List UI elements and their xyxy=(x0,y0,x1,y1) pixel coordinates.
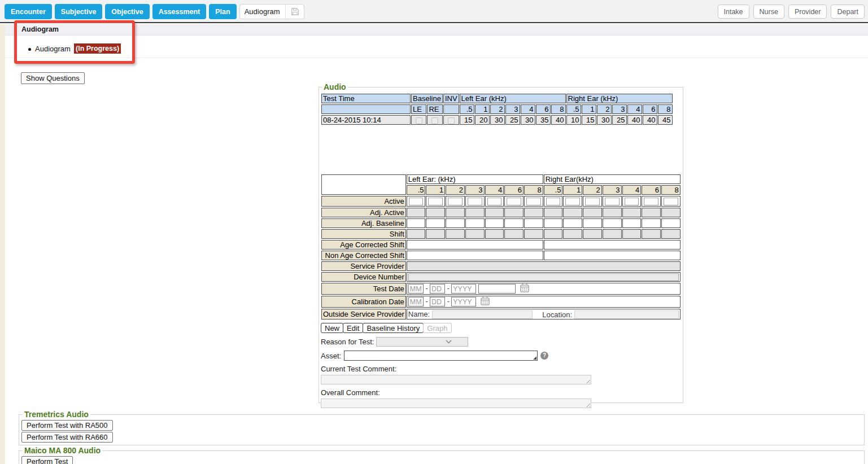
freq-header-cell: 2 xyxy=(446,185,465,195)
save-icon[interactable] xyxy=(286,7,299,16)
show-questions-button[interactable]: Show Questions xyxy=(21,72,85,84)
chevron-down-icon xyxy=(446,340,452,344)
active-input-cell xyxy=(485,196,504,207)
baseline-history-button[interactable]: Baseline History xyxy=(363,323,424,333)
stage-button-nurse[interactable]: Nurse xyxy=(753,5,784,19)
active-value-input[interactable] xyxy=(448,198,463,205)
inv-checkbox[interactable] xyxy=(448,117,455,124)
detail-row-label: Active xyxy=(321,196,406,207)
calendar-icon[interactable] xyxy=(520,286,529,294)
calendar-icon[interactable] xyxy=(481,299,490,307)
active-value-input[interactable] xyxy=(507,198,521,205)
perform-test-ra500-button[interactable]: Perform Test with RA500 xyxy=(21,420,113,431)
active-value-input[interactable] xyxy=(468,198,482,205)
freq-header-cell: 3 xyxy=(603,185,622,195)
osp-name-label: Name: xyxy=(408,310,430,319)
freq-header-cell: 8 xyxy=(661,185,681,195)
panel-header: Audiogram xyxy=(5,24,868,36)
asset-input[interactable] xyxy=(344,351,538,361)
results-data-row: 08-24-2015 10:14 15 20 30 25 30 35 40 10… xyxy=(321,115,673,125)
test-date-dd-input[interactable] xyxy=(430,284,445,294)
osp-location-input[interactable] xyxy=(574,310,679,319)
nav-button-subjective[interactable]: Subjective xyxy=(55,4,103,19)
device-number-input[interactable] xyxy=(408,273,679,281)
active-value-input[interactable] xyxy=(625,198,639,205)
detail-row-label: Adj. Baseline xyxy=(321,218,406,228)
stage-button-intake[interactable]: Intake xyxy=(718,5,749,19)
right-ear-value: 25 xyxy=(612,115,627,125)
detail-right-ear-header: Right Ear(kHz) xyxy=(544,174,681,184)
resize-grip-icon[interactable] xyxy=(585,402,590,407)
current-test-comment-textarea[interactable] xyxy=(321,375,591,384)
freq-header-cell: 2 xyxy=(490,104,505,114)
test-date-yyyy-input[interactable] xyxy=(451,284,476,294)
freq-header-cell: 1 xyxy=(475,104,490,114)
nav-button-assessment[interactable]: Assessment xyxy=(152,4,207,19)
overall-comment-label: Overall Comment: xyxy=(321,388,681,397)
detail-row-age-corrected-shift: Age Corrected Shift xyxy=(321,240,681,249)
maico-section: Maico MA 800 Audio Perform Test xyxy=(19,446,865,464)
col-header-baseline: Baseline xyxy=(411,94,443,103)
active-value-input[interactable] xyxy=(664,198,678,205)
help-icon[interactable]: ? xyxy=(540,352,548,360)
freq-header-cell: 8 xyxy=(658,104,673,114)
nav-button-objective[interactable]: Objective xyxy=(105,4,149,19)
resize-grip-icon[interactable] xyxy=(533,356,536,360)
freq-header-cell: 1 xyxy=(426,185,445,195)
test-date-mm-input[interactable] xyxy=(408,284,424,294)
nav-button-encounter[interactable]: Encounter xyxy=(5,4,52,19)
freq-header-cell: 8 xyxy=(524,185,543,195)
baseline-re-cell xyxy=(427,115,442,125)
freq-header-cell: 1 xyxy=(563,185,582,195)
top-toolbar: Encounter Subjective Objective Assessmen… xyxy=(0,0,868,23)
freq-header-cell: .5 xyxy=(544,185,563,195)
perform-test-ra660-button[interactable]: Perform Test with RA660 xyxy=(21,432,113,443)
calibration-date-dd-input[interactable] xyxy=(430,297,445,307)
baseline-re-checkbox[interactable] xyxy=(431,117,438,124)
detail-row-shift: Shift xyxy=(321,229,681,239)
col-header-left-ear: Left Ear (kHz) xyxy=(460,94,566,103)
perform-test-button[interactable]: Perform Test xyxy=(21,456,73,464)
new-button[interactable]: New xyxy=(321,323,343,333)
form-link-audiogram[interactable]: Audiogram xyxy=(35,45,71,53)
inv-cell xyxy=(443,115,459,125)
resize-grip-icon[interactable] xyxy=(585,378,590,383)
reason-for-test-select[interactable] xyxy=(376,337,468,347)
freq-header-cell: 3 xyxy=(465,185,485,195)
baseline-le-checkbox[interactable] xyxy=(416,117,422,124)
active-input-cell xyxy=(407,196,426,207)
detail-row-label: Age Corrected Shift xyxy=(321,240,406,249)
nav-button-plan[interactable]: Plan xyxy=(209,4,236,19)
col-header-inv: INV xyxy=(443,94,459,103)
active-value-input[interactable] xyxy=(585,198,600,205)
overall-comment-textarea[interactable] xyxy=(321,399,591,408)
active-value-input[interactable] xyxy=(565,198,580,205)
detail-row-device-number: Device Number xyxy=(321,272,681,282)
detail-left-ear-header: Left Ear: (kHz) xyxy=(407,174,543,184)
calibration-date-mm-input[interactable] xyxy=(408,297,424,307)
active-value-input[interactable] xyxy=(546,198,561,205)
current-test-comment-label: Current Test Comment: xyxy=(321,365,681,373)
stage-button-depart[interactable]: Depart xyxy=(831,5,865,19)
active-value-input[interactable] xyxy=(605,198,620,205)
maico-legend: Maico MA 800 Audio xyxy=(23,446,102,455)
calibration-date-yyyy-input[interactable] xyxy=(451,297,476,307)
active-input-cell xyxy=(504,196,524,207)
active-value-input[interactable] xyxy=(644,198,658,205)
active-value-input[interactable] xyxy=(428,198,443,205)
active-input-cell xyxy=(465,196,485,207)
edit-button[interactable]: Edit xyxy=(343,323,363,333)
active-value-input[interactable] xyxy=(487,198,502,205)
test-time-input[interactable] xyxy=(478,284,516,294)
active-value-input[interactable] xyxy=(409,198,424,205)
tab-audiogram[interactable]: Audiogram xyxy=(239,4,304,19)
left-ear-value: 30 xyxy=(521,115,535,125)
detail-row-label: Outside Service Provider xyxy=(321,309,406,319)
freq-header-cell: 4 xyxy=(485,185,504,195)
osp-name-input[interactable] xyxy=(432,310,533,319)
freq-header-cell: .5 xyxy=(566,104,581,114)
detail-row-label: Test Date xyxy=(321,283,406,295)
active-value-input[interactable] xyxy=(526,198,541,205)
detail-row-calibration-date: Calibration Date - - xyxy=(321,296,681,308)
stage-button-provider[interactable]: Provider xyxy=(788,5,827,19)
